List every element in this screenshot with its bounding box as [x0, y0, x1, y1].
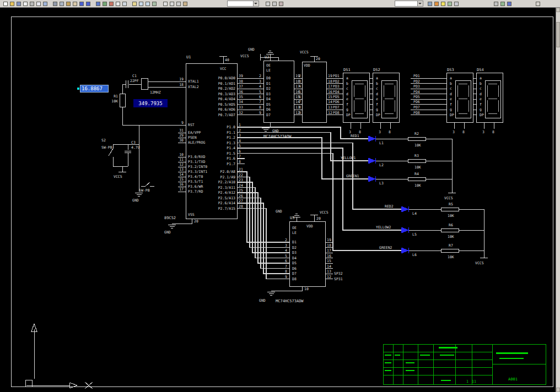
- switch-sw-pb2[interactable]: [141, 182, 154, 186]
- scroll-down-button[interactable]: [556, 388, 560, 392]
- resistor-r5[interactable]: [441, 208, 459, 211]
- save-icon[interactable]: [15, 1, 22, 7]
- paste-icon[interactable]: [65, 1, 72, 7]
- zoom-window-icon[interactable]: [121, 1, 128, 7]
- schematic-label: U1: [186, 55, 191, 59]
- search-icon[interactable]: [42, 1, 49, 7]
- hatch-icon[interactable]: [182, 1, 189, 7]
- schematic-label: P0.1/AD1: [218, 81, 235, 86]
- schematic-label: PD8: [333, 111, 340, 115]
- light-icon[interactable]: [440, 1, 446, 7]
- help-icon[interactable]: [506, 1, 513, 7]
- pan-icon[interactable]: [131, 1, 138, 7]
- schematic-label: 10K: [448, 214, 454, 218]
- schematic-label: d: [450, 92, 452, 96]
- led-l4[interactable]: [401, 206, 408, 212]
- render-icon[interactable]: [433, 1, 440, 7]
- polyline-icon[interactable]: [169, 1, 175, 7]
- chevron-down-icon[interactable]: [253, 1, 259, 6]
- schematic-label: 40: [225, 58, 229, 62]
- resistor-r1[interactable]: [120, 94, 125, 107]
- shade-icon[interactable]: [427, 1, 433, 7]
- schematic-label: f: [376, 102, 378, 107]
- distance-icon[interactable]: [493, 1, 499, 7]
- chart-icon[interactable]: [108, 1, 115, 7]
- schematic-label: 30: [179, 138, 184, 143]
- led-l6[interactable]: [401, 248, 408, 253]
- print-icon[interactable]: [29, 1, 35, 7]
- scroll-thumb[interactable]: [556, 22, 560, 47]
- export-icon[interactable]: [22, 1, 29, 7]
- material-icon[interactable]: [446, 1, 453, 7]
- led-l5[interactable]: [401, 227, 408, 233]
- format-painter-icon[interactable]: [72, 1, 78, 7]
- led-l1[interactable]: [368, 136, 375, 141]
- dim-value-box[interactable]: 349.7935: [133, 99, 168, 107]
- schematic-label: 9: [181, 121, 184, 125]
- zoom-out-icon[interactable]: [144, 1, 151, 7]
- reset-circuit[interactable]: [109, 125, 186, 196]
- schematic-label: 3: [299, 79, 301, 84]
- regen-icon[interactable]: [151, 1, 158, 7]
- new-file-icon[interactable]: [2, 1, 9, 7]
- resistor-r4[interactable]: [408, 177, 426, 181]
- table-icon[interactable]: [101, 1, 108, 7]
- led-l3[interactable]: [368, 176, 375, 182]
- ucs-icon[interactable]: [25, 324, 93, 389]
- led-l2[interactable]: [368, 158, 375, 164]
- resistor-r7[interactable]: [441, 249, 459, 252]
- schematic-label: 5: [239, 144, 241, 148]
- line-icon[interactable]: [162, 1, 169, 7]
- resistor-r6[interactable]: [441, 228, 459, 232]
- erase-icon[interactable]: [278, 1, 284, 7]
- schematic-label: a: [480, 76, 482, 80]
- title-block[interactable]: [383, 344, 546, 384]
- orbit-icon[interactable]: [453, 1, 460, 7]
- drawing-canvas[interactable]: U1VCC40P0.0/AD039P0.1/AD138P0.2/AD237P0.…: [0, 8, 556, 392]
- toolbar-options-icon[interactable]: [535, 1, 541, 7]
- schematic-label: 16: [179, 182, 184, 187]
- schematic-label: GREEN2: [379, 246, 392, 250]
- schematic-label: 5: [259, 90, 261, 94]
- schematic-label: 8: [492, 130, 494, 134]
- schematic-label: R4: [414, 172, 419, 176]
- chevron-down-icon[interactable]: [417, 1, 423, 6]
- schematic-label: PD1: [413, 74, 420, 78]
- schematic-label: DS1: [343, 68, 351, 72]
- properties-icon[interactable]: [499, 1, 506, 7]
- cut-icon[interactable]: [52, 1, 58, 7]
- schematic-label: e: [480, 97, 482, 101]
- schematic-label: P0.2/AD2: [218, 86, 235, 91]
- schematic-label: D6: [292, 266, 297, 271]
- text-style-icon[interactable]: [115, 1, 121, 7]
- layer-combo[interactable]: [395, 1, 423, 7]
- schematic-label: c: [450, 86, 452, 91]
- rotate-icon[interactable]: [271, 1, 278, 7]
- resistor-r2[interactable]: [408, 137, 426, 140]
- print-preview-icon[interactable]: [35, 1, 42, 7]
- schematic-label: PD8: [413, 111, 420, 115]
- dim-text-editor[interactable]: 16.8867: [80, 85, 109, 92]
- schematic-label: XTAL1: [188, 79, 199, 84]
- schematic-label: 20: [316, 57, 320, 61]
- undo-icon[interactable]: [78, 1, 85, 7]
- scroll-up-button[interactable]: [556, 8, 560, 12]
- move-icon[interactable]: [265, 1, 271, 7]
- open-folder-icon[interactable]: [9, 1, 15, 7]
- schematic-label: YELLOW2: [376, 225, 391, 230]
- schematic-label: OE: [292, 226, 297, 230]
- schematic-label: 11: [179, 157, 184, 162]
- p1-bus[interactable]: [237, 127, 401, 251]
- zoom-in-icon[interactable]: [138, 1, 144, 7]
- circle-icon[interactable]: [175, 1, 182, 7]
- latch-u3[interactable]: [267, 214, 333, 295]
- schematic-drawing[interactable]: U1VCC40P0.0/AD039P0.1/AD138P0.2/AD237P0.…: [0, 8, 556, 392]
- resistor-r3[interactable]: [408, 159, 426, 162]
- redo-icon[interactable]: [85, 1, 91, 7]
- hyperlink-icon[interactable]: [95, 1, 101, 7]
- copy-icon[interactable]: [58, 1, 65, 7]
- zoom-combo[interactable]: [227, 1, 259, 7]
- vertical-scrollbar[interactable]: [556, 8, 560, 392]
- schematic-label: 27: [239, 199, 243, 203]
- p2-bus[interactable]: [237, 172, 289, 279]
